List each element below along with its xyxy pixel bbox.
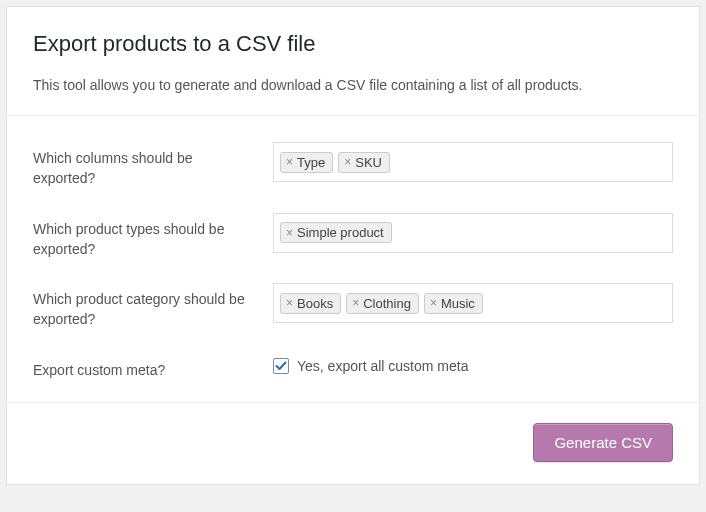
control-categories: ×Books×Clothing×Music <box>273 283 673 323</box>
tag[interactable]: ×Music <box>424 293 483 314</box>
tag-label: SKU <box>355 155 382 170</box>
row-custom-meta: Export custom meta? Yes, export all cust… <box>33 342 673 392</box>
close-icon[interactable]: × <box>286 156 293 168</box>
close-icon[interactable]: × <box>286 227 293 239</box>
close-icon[interactable]: × <box>286 297 293 309</box>
label-custom-meta: Export custom meta? <box>33 354 273 380</box>
tag-label: Music <box>441 296 475 311</box>
tag[interactable]: ×Simple product <box>280 222 392 243</box>
panel-header: Export products to a CSV file This tool … <box>7 7 699 116</box>
label-product-types: Which product types should be exported? <box>33 213 273 260</box>
columns-input[interactable]: ×Type×SKU <box>273 142 673 182</box>
check-icon <box>275 360 287 372</box>
categories-input[interactable]: ×Books×Clothing×Music <box>273 283 673 323</box>
page-description: This tool allows you to generate and dow… <box>33 77 673 93</box>
tag[interactable]: ×Books <box>280 293 341 314</box>
tag-label: Clothing <box>363 296 411 311</box>
row-categories: Which product category should be exporte… <box>33 271 673 342</box>
label-categories: Which product category should be exporte… <box>33 283 273 330</box>
control-product-types: ×Simple product <box>273 213 673 253</box>
tag[interactable]: ×Type <box>280 152 333 173</box>
tag[interactable]: ×Clothing <box>346 293 419 314</box>
export-panel: Export products to a CSV file This tool … <box>6 6 700 485</box>
form-body: Which columns should be exported? ×Type×… <box>7 116 699 403</box>
label-columns: Which columns should be exported? <box>33 142 273 189</box>
close-icon[interactable]: × <box>430 297 437 309</box>
control-columns: ×Type×SKU <box>273 142 673 182</box>
checkbox-container: Yes, export all custom meta <box>273 354 673 374</box>
close-icon[interactable]: × <box>352 297 359 309</box>
tag-label: Type <box>297 155 325 170</box>
custom-meta-checkbox-label[interactable]: Yes, export all custom meta <box>297 358 468 374</box>
tag[interactable]: ×SKU <box>338 152 390 173</box>
generate-csv-button[interactable]: Generate CSV <box>533 423 673 462</box>
row-columns: Which columns should be exported? ×Type×… <box>33 130 673 201</box>
row-product-types: Which product types should be exported? … <box>33 201 673 272</box>
panel-footer: Generate CSV <box>7 403 699 484</box>
product-types-input[interactable]: ×Simple product <box>273 213 673 253</box>
page-title: Export products to a CSV file <box>33 31 673 57</box>
tag-label: Books <box>297 296 333 311</box>
custom-meta-checkbox[interactable] <box>273 358 289 374</box>
control-custom-meta: Yes, export all custom meta <box>273 354 673 374</box>
close-icon[interactable]: × <box>344 156 351 168</box>
tag-label: Simple product <box>297 225 384 240</box>
